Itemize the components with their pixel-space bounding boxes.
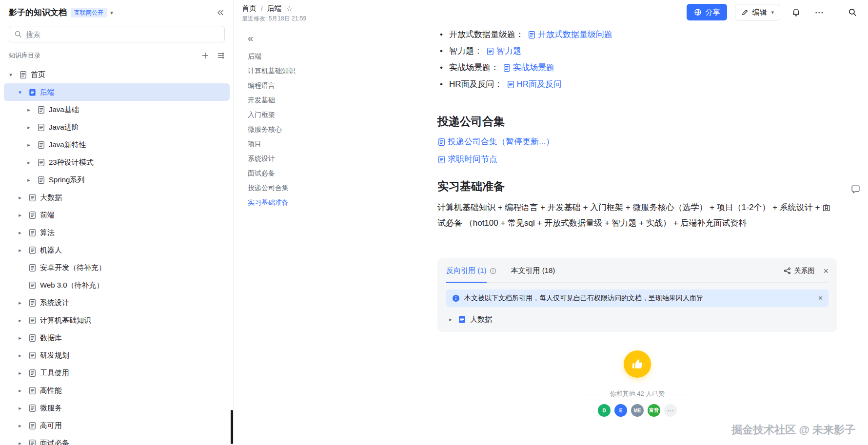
tree-item[interactable]: ▸微服务 bbox=[4, 399, 230, 417]
caret-right-icon[interactable]: ▸ bbox=[24, 159, 33, 166]
tree-item[interactable]: ▸高性能 bbox=[4, 382, 230, 399]
add-page-button[interactable] bbox=[201, 52, 209, 59]
caret-right-icon[interactable]: ▸ bbox=[16, 212, 24, 218]
doc-link[interactable]: 投递公司合集（暂停更新...） bbox=[437, 136, 554, 148]
reference-item[interactable]: ▸ 大数据 bbox=[446, 307, 829, 324]
toc-item[interactable]: 编程语言 bbox=[248, 78, 356, 93]
caret-right-icon[interactable]: ▸ bbox=[24, 177, 33, 183]
tree-item[interactable]: ▸Java基础 bbox=[4, 101, 230, 118]
notifications-bell-icon[interactable] bbox=[788, 4, 804, 20]
avatar[interactable]: E bbox=[614, 404, 627, 417]
doc-icon bbox=[27, 193, 37, 202]
relation-graph-button[interactable]: 关系图 bbox=[784, 267, 814, 275]
document-content: •开放式数据量级题：开放式数据量级问题•智力题：智力题•实战场景题：实战场景题•… bbox=[437, 23, 837, 445]
caret-right-icon[interactable]: ▸ bbox=[16, 370, 24, 376]
tree-item[interactable]: ▸高可用 bbox=[4, 417, 230, 434]
caret-right-icon[interactable]: ▸ bbox=[16, 440, 24, 445]
list-settings-icon[interactable] bbox=[217, 52, 225, 59]
tree-item[interactable]: ▸Spring系列 bbox=[4, 171, 230, 189]
sidebar-search-box[interactable] bbox=[9, 26, 225, 42]
tree-item[interactable]: ▸Java进阶 bbox=[4, 118, 230, 136]
caret-right-icon[interactable]: ▸ bbox=[16, 335, 24, 341]
caret-right-icon[interactable]: ▸ bbox=[24, 124, 33, 131]
caret-right-icon[interactable]: ▸ bbox=[16, 247, 24, 253]
doc-link[interactable]: 智力题 bbox=[486, 43, 521, 59]
more-options-icon[interactable]: ⋯ bbox=[811, 4, 827, 20]
sidebar: 影子的知识文档 互联网公开 ▾ 知识库目录 ▾首页▾后端▸Java基础▸Java… bbox=[0, 0, 234, 445]
close-icon[interactable]: × bbox=[823, 267, 829, 275]
caret-right-icon[interactable]: ▸ bbox=[447, 316, 454, 323]
tree-item[interactable]: ▸研发规划 bbox=[4, 347, 230, 364]
caret-right-icon[interactable]: ▸ bbox=[16, 317, 24, 324]
tree-item[interactable]: ▸大数据 bbox=[4, 189, 230, 206]
tree-item-label: Spring系列 bbox=[49, 175, 84, 185]
tree-item[interactable]: ▾后端 bbox=[4, 83, 230, 101]
tree-item[interactable]: ▸系统设计 bbox=[4, 294, 230, 311]
tree-item[interactable]: 安卓开发（待补充） bbox=[4, 259, 230, 276]
avatar[interactable]: ME bbox=[631, 404, 644, 417]
caret-down-icon[interactable]: ▾ bbox=[16, 89, 24, 96]
doc-link[interactable]: HR面及反问 bbox=[507, 76, 562, 93]
toc-item[interactable]: 入门框架 bbox=[248, 107, 356, 122]
share-button[interactable]: 分享 bbox=[687, 4, 727, 20]
caret-right-icon[interactable]: ▸ bbox=[16, 230, 24, 236]
doc-link[interactable]: 实战场景题 bbox=[503, 59, 554, 76]
tree-item[interactable]: ▸前端 bbox=[4, 206, 230, 224]
toc-item[interactable]: 系统设计 bbox=[248, 151, 356, 166]
caret-right-icon[interactable]: ▸ bbox=[24, 107, 33, 113]
tree-item[interactable]: ▸计算机基础知识 bbox=[4, 311, 230, 329]
collapse-outline-icon[interactable]: « bbox=[248, 33, 356, 43]
tree-item[interactable]: ▸Java新特性 bbox=[4, 136, 230, 154]
toc-item[interactable]: 计算机基础知识 bbox=[248, 63, 356, 78]
edit-button[interactable]: 编辑 ▾ bbox=[735, 4, 780, 20]
chevron-down-icon[interactable]: ▾ bbox=[110, 9, 113, 16]
catalog-label: 知识库目录 bbox=[9, 51, 40, 60]
tab-backlinks[interactable]: 反向引用 (1) bbox=[446, 259, 496, 282]
caret-right-icon[interactable]: ▸ bbox=[16, 423, 24, 429]
toc-item[interactable]: 投递公司合集 bbox=[248, 180, 356, 195]
avatar[interactable]: 富音 bbox=[648, 404, 660, 417]
doc-icon bbox=[27, 368, 37, 378]
toc-item[interactable]: 微服务核心 bbox=[248, 122, 356, 136]
caret-right-icon[interactable]: ▸ bbox=[16, 194, 24, 201]
caret-down-icon[interactable]: ▾ bbox=[6, 72, 15, 78]
toc-item[interactable]: 项目 bbox=[248, 136, 356, 151]
caret-right-icon[interactable]: ▸ bbox=[16, 387, 24, 394]
more-avatars-button[interactable]: ⋯ bbox=[664, 404, 677, 417]
toc-item[interactable]: 实习基础准备 bbox=[248, 195, 356, 210]
caret-right-icon[interactable]: ▸ bbox=[16, 352, 24, 359]
tree-item[interactable]: ▸算法 bbox=[4, 224, 230, 241]
caret-right-icon[interactable]: ▸ bbox=[16, 405, 24, 411]
toc-item[interactable]: 面试必备 bbox=[248, 166, 356, 180]
search-input[interactable] bbox=[26, 30, 219, 39]
close-icon[interactable]: × bbox=[818, 294, 823, 302]
bullet-list: •开放式数据量级题：开放式数据量级问题•智力题：智力题•实战场景题：实战场景题•… bbox=[437, 26, 837, 93]
tree-item[interactable]: ▸面试必备 bbox=[4, 434, 230, 445]
search-icon[interactable] bbox=[845, 4, 860, 20]
info-icon[interactable] bbox=[490, 268, 496, 274]
caret-right-icon[interactable]: ▸ bbox=[24, 142, 33, 148]
star-icon[interactable]: ☆ bbox=[286, 4, 293, 13]
doc-link[interactable]: 求职时间节点 bbox=[437, 154, 497, 165]
tree-item[interactable]: ▸机器人 bbox=[4, 241, 230, 259]
tree-item[interactable]: ▸工具使用 bbox=[4, 364, 230, 382]
tree-item[interactable]: ▸23种设计模式 bbox=[4, 154, 230, 171]
toc-item[interactable]: 开发基础 bbox=[248, 93, 356, 107]
tree-item[interactable]: ▸数据库 bbox=[4, 329, 230, 347]
doc-link[interactable]: 开放式数据量级问题 bbox=[528, 26, 612, 43]
breadcrumb-current[interactable]: 后端 bbox=[267, 4, 282, 13]
breadcrumb-home[interactable]: 首页 bbox=[242, 4, 256, 13]
caret-right-icon[interactable]: ▸ bbox=[16, 300, 24, 306]
sidebar-scrollbar-thumb[interactable] bbox=[231, 410, 233, 444]
chevron-down-icon: ▾ bbox=[771, 9, 774, 16]
toc-item[interactable]: 后端 bbox=[248, 49, 356, 63]
tree-item[interactable]: Web 3.0（待补充） bbox=[4, 276, 230, 294]
comment-icon[interactable] bbox=[850, 184, 861, 194]
heading-company: 投递公司合集 bbox=[437, 114, 837, 129]
watermark: 掘金技术社区 @ 未来影子 bbox=[731, 423, 855, 437]
tree-item[interactable]: ▾首页 bbox=[4, 66, 230, 83]
avatar[interactable]: D bbox=[598, 404, 611, 417]
like-button[interactable] bbox=[624, 350, 651, 378]
tab-citations[interactable]: 本文引用 (18) bbox=[511, 259, 555, 282]
collapse-sidebar-icon[interactable] bbox=[216, 8, 225, 17]
